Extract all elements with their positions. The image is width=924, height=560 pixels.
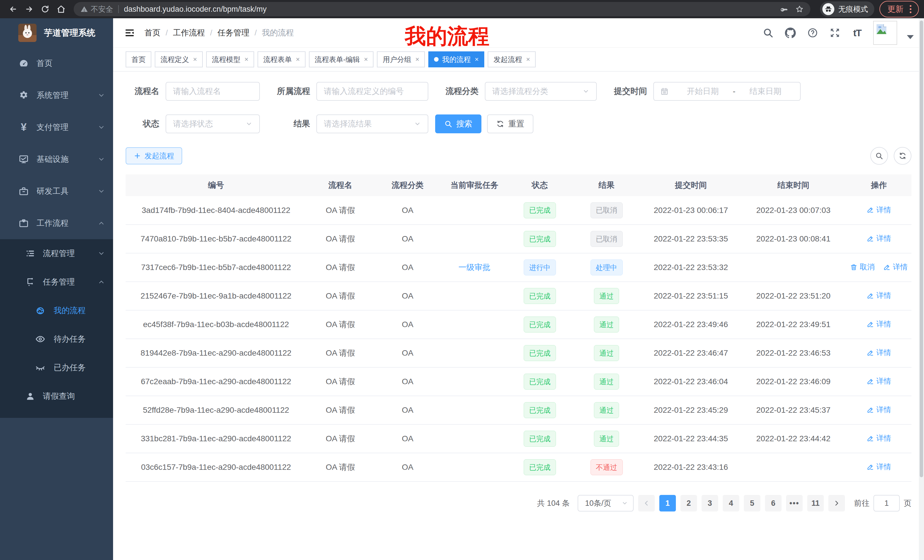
detail-link[interactable]: 详情 [867,376,891,386]
detail-link[interactable]: 详情 [867,290,891,301]
current-task-link[interactable]: 一级审批 [459,263,490,272]
sidebar-item-home[interactable]: 首页 [0,47,113,79]
browser-menu-icon[interactable] [909,4,913,14]
page-button-1[interactable]: 1 [659,495,676,512]
process-definition-input[interactable] [316,82,428,101]
status-select[interactable]: 请选择状态 [166,114,260,133]
search-icon[interactable] [762,27,774,39]
detail-link[interactable]: 详情 [883,262,908,272]
page-button-6[interactable]: 6 [765,495,782,512]
close-icon[interactable]: × [415,55,419,63]
result-select[interactable]: 请选择流结果 [316,114,428,133]
cell-category: OA [374,339,441,367]
detail-link[interactable]: 详情 [867,405,891,415]
sidebar-item-task-mgmt[interactable]: 任务管理 [0,268,113,296]
table-row: 67c2eaab-7b9a-11ec-a290-acde48001122 OA … [126,367,911,396]
refresh-button[interactable] [894,147,911,165]
tab-home[interactable]: 首页 [126,51,152,67]
breadcrumb-home[interactable]: 首页 [144,27,160,38]
password-key-icon[interactable] [780,5,788,13]
tab-process-model[interactable]: 流程模型× [206,51,254,67]
detail-link[interactable]: 详情 [867,205,891,215]
submit-time-range-picker[interactable]: 开始日期 - 结束日期 [653,82,801,101]
bookmark-star-icon[interactable] [795,5,804,13]
detail-link[interactable]: 详情 [867,433,891,443]
sidebar-item-infrastructure[interactable]: 基础设施 [0,143,113,175]
font-size-icon[interactable]: tT [851,27,864,39]
breadcrumb-workflow[interactable]: 工作流程 [173,27,205,38]
tab-my-process[interactable]: 我的流程× [428,51,484,67]
github-icon[interactable] [784,27,796,39]
start-date-placeholder[interactable]: 开始日期 [675,86,731,97]
page-button-2[interactable]: 2 [680,495,697,512]
close-icon[interactable]: × [296,55,300,63]
tab-start-process[interactable]: 发起流程× [488,51,536,67]
cell-category: OA [374,310,441,339]
sidebar-item-process-mgmt[interactable]: 流程管理 [0,239,113,268]
page-button-3[interactable]: 3 [702,495,718,512]
edit-icon [883,264,891,271]
tab-process-definition[interactable]: 流程定义× [155,51,203,67]
browser-home-icon[interactable] [53,3,69,15]
sidebar-fold-icon[interactable] [123,26,136,40]
tab-process-form-edit[interactable]: 流程表单-编辑× [309,51,374,67]
goto-page-input[interactable] [873,495,900,512]
breadcrumb-task-mgmt[interactable]: 任务管理 [218,27,249,38]
search-button[interactable]: 搜索 [435,114,482,133]
cancel-link[interactable]: 取消 [850,262,874,272]
close-icon[interactable]: × [526,55,530,63]
status-badge: 已完成 [524,202,556,219]
sidebar-item-done-tasks[interactable]: 已办任务 [0,353,113,382]
address-bar[interactable]: 不安全 dashboard.yudao.iocoder.cn/bpm/task/… [74,2,810,16]
sidebar-item-todo-tasks[interactable]: 待办任务 [0,325,113,353]
category-select[interactable]: 请选择流程分类 [485,82,597,101]
update-label[interactable]: 更新 [888,4,903,15]
close-icon[interactable]: × [244,55,248,63]
avatar[interactable] [873,21,897,45]
browser-update-button[interactable]: 更新 [879,1,919,17]
detail-link[interactable]: 详情 [867,319,891,329]
tab-user-group[interactable]: 用户分组× [377,51,425,67]
close-icon[interactable]: × [193,55,197,63]
close-icon[interactable]: × [364,55,368,63]
sidebar-item-workflow[interactable]: 工作流程 [0,207,113,239]
detail-link[interactable]: 详情 [867,234,891,244]
scrollbar[interactable] [919,18,924,560]
cell-submit-time: 2022-01-22 23:43:16 [641,453,740,482]
face-icon [35,305,46,316]
page-button-5[interactable]: 5 [744,495,760,512]
sidebar-item-payment[interactable]: ¥ 支付管理 [0,111,113,143]
start-process-button[interactable]: 发起流程 [126,147,182,165]
browser-forward-icon[interactable] [21,3,37,15]
page-button-11[interactable]: 11 [807,495,824,512]
detail-link[interactable]: 详情 [867,462,891,472]
user-icon [25,391,35,401]
sidebar-item-my-process[interactable]: 我的流程 [0,296,113,325]
page-button-4[interactable]: 4 [723,495,739,512]
detail-link[interactable]: 详情 [867,347,891,358]
end-date-placeholder[interactable]: 结束日期 [737,86,794,97]
fullscreen-icon[interactable] [829,27,841,39]
next-page-button[interactable] [828,495,845,512]
reset-button[interactable]: 重置 [487,114,533,133]
more-pages-button[interactable]: ••• [786,495,802,512]
page-size-select[interactable]: 10条/页 [578,495,634,512]
app-logo-row[interactable]: 芋道管理系统 [0,18,113,47]
security-warning-icon[interactable] [81,5,88,13]
table-row: 819442e8-7b9a-11ec-a290-acde48001122 OA … [126,339,911,367]
toggle-search-button[interactable] [870,147,888,165]
browser-back-icon[interactable] [5,3,21,15]
tab-process-form[interactable]: 流程表单× [258,51,306,67]
sidebar-item-leave-query[interactable]: 请假查询 [0,382,113,410]
trash-icon [850,264,858,271]
sidebar-item-dev-tools[interactable]: 研发工具 [0,175,113,207]
url-text[interactable]: dashboard.yudao.iocoder.cn/bpm/task/my [124,5,776,14]
help-icon[interactable] [806,27,819,39]
close-icon[interactable]: × [475,55,478,63]
avatar-dropdown-caret[interactable] [907,35,914,39]
sidebar-item-system[interactable]: 系统管理 [0,79,113,111]
prev-page-button[interactable] [638,495,655,512]
scrollbar-thumb[interactable] [920,21,923,477]
browser-reload-icon[interactable] [37,3,53,15]
process-name-input[interactable] [166,82,260,101]
